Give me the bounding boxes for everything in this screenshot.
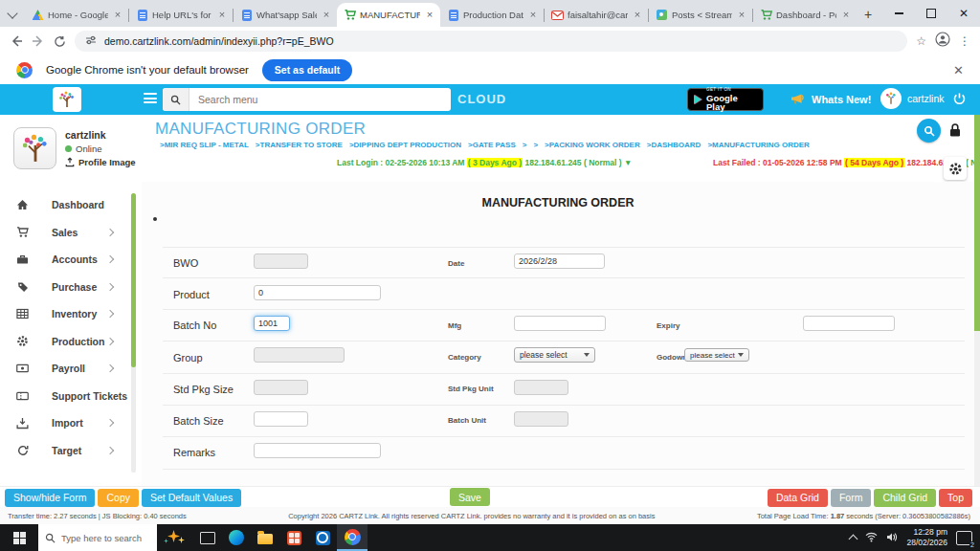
set-as-default-button[interactable]: Set as default: [262, 59, 352, 81]
new-tab-button[interactable]: +: [857, 3, 880, 26]
account-menu[interactable]: cartzlink: [880, 88, 945, 109]
tab-home-google-drive[interactable]: Home - Google Dr ×: [25, 3, 128, 27]
search-icon[interactable]: [163, 88, 189, 111]
tab-close-icon[interactable]: ×: [216, 10, 228, 21]
category-select[interactable]: please select: [514, 347, 595, 363]
tab-search-button[interactable]: [0, 2, 25, 27]
last-failed-info[interactable]: Last Failed : 01-05-2026 12:58 PM ( 54 D…: [713, 158, 980, 167]
taskbar-clock[interactable]: 12:28 pm 28/02/2026: [906, 527, 947, 547]
tab-close-icon[interactable]: ×: [736, 10, 747, 21]
tab-help-urls[interactable]: Help URL's for ERP ×: [129, 3, 233, 27]
menu-search-input[interactable]: [189, 94, 451, 105]
breadcrumb-item[interactable]: >: [523, 141, 527, 149]
site-settings-icon[interactable]: [85, 34, 97, 48]
sidebar-scrollbar-thumb[interactable]: [131, 193, 136, 367]
reload-icon[interactable]: [54, 35, 66, 48]
wifi-icon[interactable]: [865, 529, 878, 546]
breadcrumb-item[interactable]: >MANUFACTURING ORDER: [707, 141, 809, 149]
sidebar-item-production[interactable]: Production: [0, 328, 142, 356]
sidebar-item-inventory[interactable]: Inventory: [0, 300, 142, 328]
hidden-icons-chevron[interactable]: [849, 535, 858, 544]
bookmark-star-icon[interactable]: ☆: [916, 34, 926, 48]
last-login-info[interactable]: Last Login : 02-25-2026 10:13 AM ( 3 Day…: [337, 158, 632, 167]
address-bar[interactable]: demo.cartzlink.com/admin/indexyii.php?r=…: [75, 31, 907, 52]
settings-gear-button[interactable]: [944, 157, 967, 180]
sidebar-item-support-tickets[interactable]: Support Tickets: [0, 383, 142, 410]
maximize-button[interactable]: [915, 0, 947, 27]
app-logo[interactable]: [53, 87, 81, 112]
form-button[interactable]: Form: [831, 489, 872, 507]
tab-production-data[interactable]: Production Data E ×: [440, 3, 544, 27]
show-hide-form-button[interactable]: Show/hide Form: [5, 489, 95, 507]
breadcrumb-item[interactable]: >DIPPING DEPT PRODUCTION: [349, 141, 461, 149]
expiry-input[interactable]: [803, 316, 895, 331]
breadcrumb-item[interactable]: >: [533, 141, 538, 149]
child-grid-button[interactable]: Child Grid: [874, 489, 936, 507]
volume-icon[interactable]: [886, 529, 898, 546]
edge-icon[interactable]: [222, 524, 251, 551]
whats-new-link[interactable]: Whats New!: [790, 91, 871, 107]
sidebar-item-dashboard[interactable]: Dashboard: [0, 191, 142, 219]
group-label: Group: [173, 352, 203, 364]
sidebar-item-accounts[interactable]: Accounts: [0, 246, 142, 274]
breadcrumb-item[interactable]: >TRANSFER TO STORE: [256, 141, 343, 149]
tab-close-icon[interactable]: ×: [632, 10, 643, 21]
browser-menu-icon[interactable]: ⋮: [959, 34, 970, 48]
tab-dashboard[interactable]: Dashboard - Powe ×: [753, 3, 857, 27]
dismiss-notification-icon[interactable]: ✕: [953, 63, 964, 77]
tab-close-icon[interactable]: ×: [321, 10, 332, 21]
breadcrumb-item[interactable]: >MIR REQ SLIP - METAL: [160, 141, 249, 149]
logout-power-icon[interactable]: [952, 92, 967, 110]
batch-size-input[interactable]: [254, 411, 308, 427]
mfg-input[interactable]: [514, 316, 606, 331]
godown-select[interactable]: please select: [684, 348, 749, 362]
outlook-icon[interactable]: [308, 524, 337, 551]
task-view-icon[interactable]: [193, 524, 222, 551]
minimize-button[interactable]: [882, 0, 915, 27]
start-button[interactable]: [0, 524, 38, 551]
breadcrumb-item[interactable]: >DASHBOARD: [647, 141, 702, 149]
tab-whatsapp-sales[interactable]: What'sapp Sales N ×: [234, 3, 337, 27]
breadcrumb-item[interactable]: >PACKING WORK ORDER: [545, 141, 640, 149]
sidebar-item-purchase[interactable]: Purchase: [0, 274, 142, 301]
close-button[interactable]: ✕: [947, 0, 980, 27]
tab-close-icon[interactable]: ×: [527, 10, 539, 21]
date-input[interactable]: [514, 253, 605, 269]
lock-icon[interactable]: [948, 122, 962, 142]
forward-icon[interactable]: [32, 34, 45, 48]
tab-close-icon[interactable]: ×: [840, 10, 852, 21]
sidebar-item-target[interactable]: Target: [0, 437, 142, 465]
cortana-sparkle-icon[interactable]: [161, 524, 193, 551]
set-default-values-button[interactable]: Set Default Values: [142, 489, 241, 507]
hamburger-menu-icon[interactable]: [144, 93, 157, 106]
sidebar-item-payroll[interactable]: Payroll: [0, 355, 142, 383]
sidebar-item-sales[interactable]: Sales: [0, 219, 142, 247]
page-search-button[interactable]: [917, 119, 941, 143]
profile-image[interactable]: [13, 127, 56, 169]
chrome-taskbar-icon[interactable]: [337, 524, 368, 551]
data-grid-button[interactable]: Data Grid: [768, 489, 828, 507]
profile-avatar-icon[interactable]: [935, 32, 950, 51]
store-app-icon[interactable]: [279, 524, 308, 551]
batch-no-input[interactable]: [254, 316, 290, 331]
tab-close-icon[interactable]: ×: [424, 10, 435, 21]
top-button[interactable]: Top: [939, 489, 972, 507]
save-button[interactable]: Save: [450, 488, 490, 506]
action-center-icon[interactable]: 2: [956, 531, 972, 545]
tab-posts-streamline[interactable]: Posts < Streamline ×: [649, 3, 752, 27]
tab-close-icon[interactable]: ×: [112, 10, 123, 21]
taskbar-search[interactable]: Type here to search: [38, 524, 157, 551]
sidebar-item-import[interactable]: Import: [0, 409, 142, 437]
tab-mail[interactable]: faisaltahir@cartzli ×: [545, 3, 648, 27]
file-explorer-icon[interactable]: [251, 524, 279, 551]
google-play-badge[interactable]: GET IT ON Google Play: [687, 88, 764, 111]
copy-button[interactable]: Copy: [98, 489, 139, 507]
profile-image-upload[interactable]: Profile Image: [65, 157, 136, 167]
page-scrollbar-thumb[interactable]: [974, 115, 980, 331]
breadcrumb-item[interactable]: >GATE PASS: [468, 141, 516, 149]
product-input[interactable]: [254, 285, 381, 300]
back-icon[interactable]: [10, 34, 23, 48]
tab-manufacturing-active[interactable]: MANUFACTURING ×: [337, 3, 440, 27]
gear-icon: [15, 335, 30, 347]
remarks-input[interactable]: [254, 443, 381, 458]
